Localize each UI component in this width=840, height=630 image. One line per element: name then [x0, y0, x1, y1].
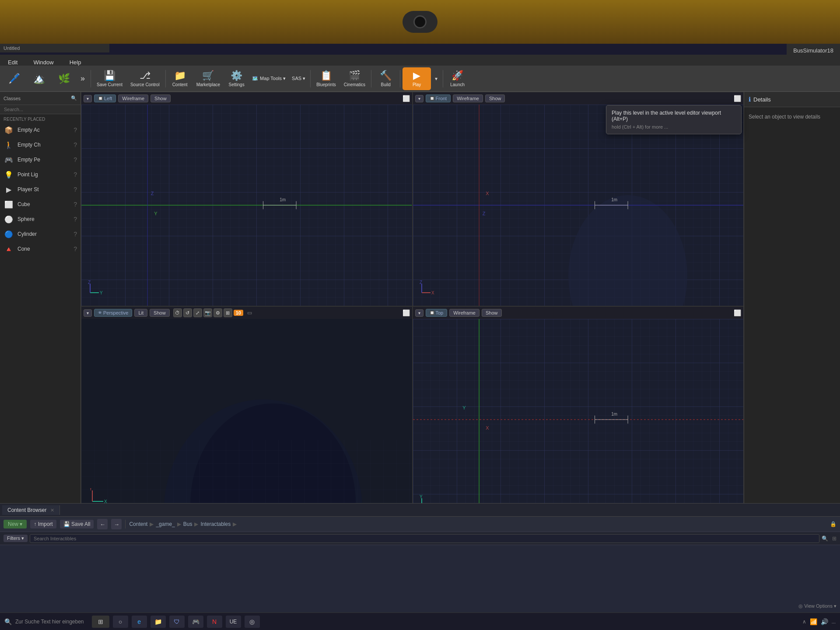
taskbar-netflix-btn[interactable]: N — [207, 616, 222, 628]
viewport-top-show-btn[interactable]: Show — [482, 309, 502, 317]
camera-speed-icon-btn[interactable]: 📷 — [203, 308, 212, 317]
help-icon-6[interactable]: ? — [74, 201, 77, 208]
list-item-empty-actor[interactable]: 📦 Empty Ac ? — [0, 122, 80, 137]
viewport-perspective-lit-btn[interactable]: Lit — [134, 309, 147, 317]
viewport-top-maximize[interactable]: ⬜ — [734, 309, 741, 316]
sas-dropdown[interactable]: SAS ▾ — [289, 67, 308, 90]
taskbar-epic-btn[interactable]: ◎ — [245, 616, 260, 628]
svg-text:X: X — [431, 290, 434, 295]
save-all-button[interactable]: 💾 Save All — [60, 520, 94, 528]
realtime-icon-btn[interactable]: ⏱ — [173, 308, 182, 317]
cinematics-button[interactable]: 🎬 Cinematics — [340, 67, 369, 90]
list-item-cone[interactable]: 🔺 Cone ? — [0, 242, 80, 256]
map-tools-dropdown[interactable]: 🗺️ Map Tools ▾ — [249, 67, 288, 90]
viewport-left-view-tag[interactable]: 🔲 Left — [94, 94, 116, 102]
help-icon-1[interactable]: ? — [74, 126, 77, 133]
toolbar-expand[interactable]: » — [77, 67, 88, 90]
breadcrumb-interactables[interactable]: Interactables — [200, 521, 231, 527]
launch-button[interactable]: 🚀 Launch — [445, 67, 469, 90]
forward-button[interactable]: → — [111, 519, 122, 529]
import-button[interactable]: ↑ Import — [30, 520, 56, 528]
taskbar-folder-btn[interactable]: 📁 — [150, 616, 166, 628]
viewport-perspective-maximize[interactable]: ⬜ — [402, 309, 410, 316]
marketplace-button[interactable]: 🛒 Marketplace — [193, 67, 224, 90]
viewport-perspective-view-tag[interactable]: 👁 Perspective — [94, 309, 132, 317]
search-input[interactable] — [2, 105, 78, 114]
viewport-front-maximize[interactable]: ⬜ — [734, 95, 741, 102]
viewport-perspective-dropdown[interactable]: ▾ — [84, 309, 92, 317]
refresh-icon-btn[interactable]: ↺ — [183, 308, 192, 317]
brush-tool-2[interactable]: 🏔️ — [27, 67, 51, 90]
left-axis-indicator: Y Z — [88, 280, 105, 297]
breadcrumb-bus[interactable]: Bus — [183, 521, 192, 527]
list-item-point-light[interactable]: 💡 Point Lig ? — [0, 167, 80, 182]
viewport-left-show-btn[interactable]: Show — [150, 94, 171, 102]
tray-chevron[interactable]: ∧ — [802, 619, 806, 625]
list-item-cylinder[interactable]: 🔵 Cylinder ? — [0, 227, 80, 242]
back-button[interactable]: ← — [97, 519, 108, 529]
viewport-left-wireframe-btn[interactable]: Wireframe — [118, 94, 148, 102]
new-button[interactable]: New ▾ — [4, 520, 27, 528]
taskbar-windows-btn[interactable]: ⊞ — [92, 616, 109, 628]
list-item-sphere[interactable]: ⚪ Sphere ? — [0, 212, 80, 227]
source-control-button[interactable]: ⎇ Source Control — [127, 67, 163, 90]
filters-button[interactable]: Filters ▾ — [4, 535, 28, 542]
expand-icon-btn[interactable]: ⤢ — [193, 308, 202, 317]
search-interactibles-input[interactable] — [30, 534, 819, 543]
vr-icon-btn[interactable]: ⚙ — [214, 308, 222, 317]
vp-perspective-minimize[interactable]: ▭ — [247, 310, 252, 316]
grid-view-icon[interactable]: ⊞ — [832, 536, 836, 542]
help-icon-4[interactable]: ? — [74, 171, 77, 178]
list-item-empty-char[interactable]: 🚶 Empty Ch ? — [0, 137, 80, 152]
build-button[interactable]: 🔨 Build — [374, 67, 398, 90]
taskbar-game-btn[interactable]: 🎮 — [188, 616, 203, 628]
content-button[interactable]: 📁 Content — [168, 67, 192, 90]
help-icon-9[interactable]: ? — [74, 245, 77, 252]
grid-icon-btn[interactable]: ⊞ — [224, 308, 232, 317]
help-icon-8[interactable]: ? — [74, 231, 77, 238]
search-icon[interactable]: 🔍 — [71, 95, 77, 101]
viewport-left-maximize[interactable]: ⬜ — [402, 95, 410, 102]
content-area — [0, 545, 840, 613]
play-dropdown-arrow[interactable]: ▾ — [432, 67, 441, 90]
svg-text:Z: Z — [151, 191, 154, 196]
camera-notch — [402, 11, 438, 33]
viewport-left-dropdown[interactable]: ▾ — [84, 95, 92, 102]
list-item-player-start[interactable]: ▶ Player St ? — [0, 182, 80, 197]
breadcrumb-content[interactable]: Content — [129, 521, 147, 527]
taskbar-edge-btn[interactable]: e — [132, 616, 147, 628]
play-button[interactable]: ▶ Play — [402, 67, 431, 90]
search-bar — [0, 105, 80, 114]
blueprints-button[interactable]: 📋 Blueprints — [313, 67, 339, 90]
help-icon-3[interactable]: ? — [74, 156, 77, 163]
content-browser-tab[interactable]: Content Browser ✕ — [2, 505, 60, 515]
view-options-button[interactable]: ◎ View Options ▾ — [798, 603, 836, 609]
viewport-top-dropdown[interactable]: ▾ — [415, 309, 424, 317]
viewport-perspective-show-btn[interactable]: Show — [150, 309, 170, 317]
svg-text:Z: Z — [88, 280, 91, 285]
list-item-empty-pawn[interactable]: 🎮 Empty Pe ? — [0, 152, 80, 167]
taskbar-store-btn[interactable]: 🛡 — [169, 616, 185, 628]
list-item-cube[interactable]: ⬜ Cube ? — [0, 197, 80, 212]
viewport-front-view-tag[interactable]: 🔲 Front — [426, 94, 451, 102]
viewport-front-wireframe-btn[interactable]: Wireframe — [453, 94, 483, 102]
save-current-button[interactable]: 💾 Save Current — [93, 67, 126, 90]
settings-button[interactable]: ⚙️ Settings — [224, 67, 248, 90]
play-tooltip: Play this level in the active level edit… — [606, 105, 742, 134]
taskbar-ue4-btn[interactable]: UE — [226, 616, 241, 628]
help-icon-5[interactable]: ? — [74, 186, 77, 193]
help-icon-7[interactable]: ? — [74, 216, 77, 223]
svg-text:X: X — [486, 191, 489, 196]
viewport-top-wireframe-btn[interactable]: Wireframe — [449, 309, 480, 317]
help-icon-2[interactable]: ? — [74, 141, 77, 148]
viewport-front-dropdown[interactable]: ▾ — [415, 95, 424, 102]
taskbar-search-btn[interactable]: ○ — [113, 616, 128, 628]
viewport-front-show-btn[interactable]: Show — [485, 94, 505, 102]
cb-lock-icon[interactable]: 🔒 — [830, 521, 836, 527]
brush-tool-1[interactable]: 🖊️ — [2, 67, 26, 90]
viewport-top-view-tag[interactable]: 🔲 Top — [426, 309, 448, 317]
brush-tool-3[interactable]: 🌿 — [52, 67, 76, 90]
tooltip-title: Play this level in the active level edit… — [612, 110, 736, 122]
breadcrumb-game[interactable]: _game_ — [156, 521, 175, 527]
content-browser-tab-close[interactable]: ✕ — [50, 508, 54, 513]
